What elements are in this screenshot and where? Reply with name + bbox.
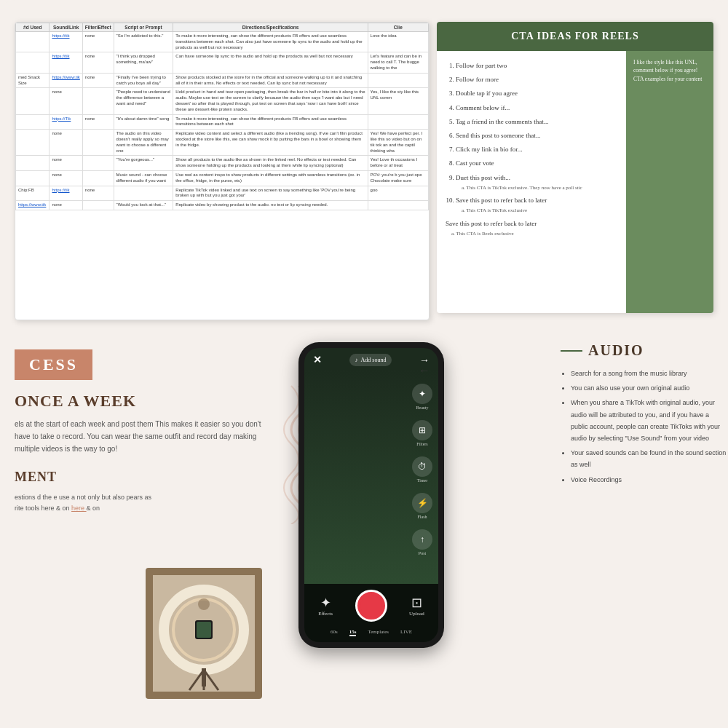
cell-directions: To make it more interesting, can show th…: [173, 114, 368, 130]
timer-live[interactable]: LIVE: [400, 629, 412, 636]
phone-post-icon-item: ↑ Post: [412, 529, 432, 555]
list-item: Tag a friend in the comments that...: [456, 116, 617, 127]
audio-bullets-list: Search for a song from the music library…: [561, 368, 728, 486]
audio-bullet-4: Your saved sounds can be found in the so…: [571, 447, 728, 470]
effects-button[interactable]: ✦ Effects: [318, 595, 333, 617]
cell-filter: [82, 170, 114, 186]
ring-light-svg: [153, 575, 255, 692]
audio-section: AUDIO Search for a song from the music l…: [561, 342, 728, 488]
list-item: Save this post to refer back to later a.…: [446, 218, 617, 239]
cell-filter: [82, 156, 114, 171]
cell-client: Let's feature and can be in need to call…: [368, 52, 428, 73]
spreadsheet-row: https://tik none "I think you dropped so…: [16, 52, 429, 73]
left-panel: CESS ONCE A WEEK els at the start of eac…: [0, 335, 277, 713]
spreadsheet-row: Chip:FB https://tik none Replicate TikTo…: [16, 186, 429, 201]
audio-bullet-3: When you share a TikTok with original au…: [571, 397, 728, 444]
audio-header: AUDIO: [561, 342, 728, 359]
cell-directions: Show products stocked at the store for i…: [173, 73, 368, 88]
cell-sound[interactable]: https://tik: [50, 52, 82, 73]
audio-line-decoration: [561, 350, 582, 352]
phone-add-sound-button[interactable]: ♪ Add sound: [349, 354, 392, 366]
cell-filter: none: [82, 114, 114, 130]
cta-green-column: I like the style like this UNL, comment …: [626, 51, 713, 313]
col-header-directions: Directions/Specifications: [173, 23, 368, 32]
phone-arrow-button[interactable]: →: [419, 355, 430, 366]
list-item: Cast your vote: [456, 157, 617, 169]
spreadsheet-row: none Music sound - can choose different …: [16, 170, 429, 186]
list-item: Comment below if...: [456, 102, 617, 114]
col-header-ad: #d Used: [16, 23, 50, 32]
cell-script: The audio on this video doesn't really a…: [114, 130, 173, 156]
audio-bullet-5: Voice Recordings: [571, 474, 728, 486]
cta-list: Follow for part two Follow for more Doub…: [446, 60, 617, 239]
flash-label: Flash: [417, 515, 427, 519]
cell-client: Yes! We have perfect per. I like this so…: [368, 130, 428, 156]
cell-filter: none: [82, 52, 114, 73]
timer-templates[interactable]: Templates: [368, 629, 389, 636]
cell-ad: [16, 32, 50, 52]
cell-sound[interactable]: https://tik: [50, 186, 82, 201]
col-header-script: Script or Prompt: [114, 23, 173, 32]
page-container: #d Used Sound/Link Filter/Effect Script …: [0, 0, 728, 728]
phone-filters-icon-item: ⊞ Filters: [412, 420, 432, 446]
svg-point-9: [198, 598, 210, 610]
svg-rect-6: [202, 668, 206, 687]
tools-link[interactable]: here: [71, 505, 87, 512]
cell-client: [368, 73, 428, 88]
timer-60s[interactable]: 60s: [331, 629, 338, 636]
timer-label: Timer: [417, 478, 427, 483]
tools-text: rite tools here & on: [15, 505, 70, 512]
cell-client: Yes, I like the sty like this UNL comm: [368, 88, 428, 114]
cell-filter: [82, 201, 114, 210]
cell-filter: [82, 130, 114, 156]
spreadsheet-container: #d Used Sound/Link Filter/Effect Script …: [15, 22, 430, 320]
cell-directions: Replicate video by showing product to th…: [173, 201, 368, 210]
col-header-sound: Sound/Link: [50, 23, 82, 32]
process-body: els at the start of each week and post t…: [15, 418, 262, 455]
list-item: Click my link in bio for...: [456, 143, 617, 155]
cell-sound[interactable]: https://www.tik: [50, 73, 82, 88]
record-inner: [360, 595, 382, 617]
list-item: Send this post to someone that...: [456, 130, 617, 141]
cta-sub-item: a. This CTA is TikTok exclusive. They no…: [462, 183, 617, 193]
phone-close-button[interactable]: ✕: [313, 354, 322, 366]
cell-script: "It's about damn time" song: [114, 114, 173, 130]
cta-sub-item-10: a. This CTA is Reels exclusive: [451, 229, 617, 239]
phone-body: ✕ ♪ Add sound → ✦: [298, 342, 444, 648]
phone-timer-icon-item: ⏱ Timer: [412, 456, 432, 483]
upload-button[interactable]: ⊡ Upload: [409, 595, 424, 617]
cell-ad[interactable]: https://www.tik: [16, 201, 50, 210]
cell-client: goo: [368, 186, 428, 201]
cell-filter: none: [82, 32, 114, 52]
beauty-icon[interactable]: ✦: [412, 384, 432, 404]
phone-timer-row: 60s 15s Templates LIVE: [307, 626, 435, 639]
cell-script: "People need to understand the differenc…: [114, 88, 173, 114]
equipment-section: MENT estions d the e use a not only but …: [15, 470, 262, 515]
cell-ad: [16, 130, 50, 156]
spreadsheet-row: https://tik none "So I'm addicted to thi…: [16, 32, 429, 52]
beauty-label: Beauty: [416, 405, 429, 410]
audio-title: AUDIO: [588, 342, 644, 359]
timer-15s-active[interactable]: 15s: [349, 629, 357, 636]
ring-light-image: [146, 568, 262, 699]
post-icon[interactable]: ↑: [412, 529, 432, 550]
phone-bottom-controls: ✦ Effects ⊡ Upload: [304, 584, 438, 642]
timer-icon[interactable]: ⏱: [412, 456, 432, 477]
record-button[interactable]: [355, 590, 387, 622]
cell-script: [114, 186, 173, 201]
cta-panel: CTA IDEAS FOR REELS Follow for part two …: [437, 22, 713, 313]
col-header-filter: Filter/Effect: [82, 23, 114, 32]
cell-sound[interactable]: https://Tik: [50, 114, 82, 130]
cell-directions: Replicate TikTok video linked and use te…: [173, 186, 368, 201]
flash-icon[interactable]: ⚡: [412, 493, 432, 513]
cell-client: Love the idea: [368, 32, 428, 52]
spreadsheet-row: none "You're gorgeous..." Show all produ…: [16, 156, 429, 171]
tools-and: & on: [87, 505, 100, 512]
cell-sound: none: [50, 156, 82, 171]
filters-icon[interactable]: ⊞: [412, 420, 432, 440]
cta-sub-item: a. This CTA is TikTok exclusive: [462, 206, 617, 215]
cell-script: "Would you look at that...": [114, 201, 173, 210]
audio-bullet-1: Search for a song from the music library: [571, 368, 728, 379]
right-panel: ✕ ♪ Add sound → ✦: [277, 335, 728, 713]
cell-sound[interactable]: https://tik: [50, 32, 82, 52]
